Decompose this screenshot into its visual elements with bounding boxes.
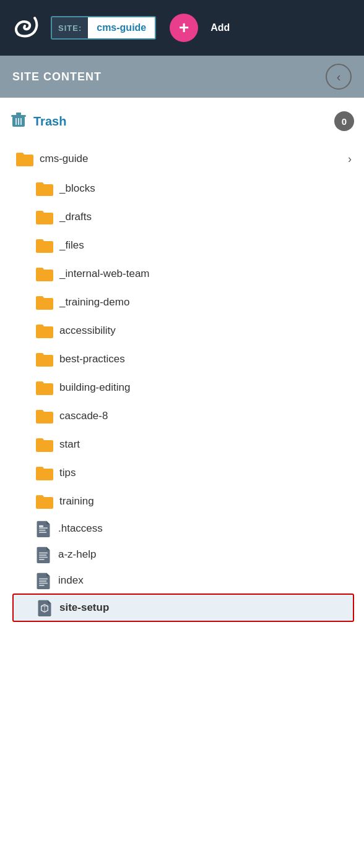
item-label-blocks: _blocks	[59, 182, 95, 195]
svg-rect-8	[39, 532, 46, 533]
folder-icon	[35, 491, 54, 511]
item-label-cascade-8: cascade-8	[59, 410, 108, 422]
folder-icon	[35, 349, 54, 369]
folder-icon	[35, 321, 54, 341]
folder-icon	[35, 463, 54, 483]
item-label-accessibility: accessibility	[59, 325, 116, 337]
back-button[interactable]: ‹	[326, 64, 352, 90]
svg-rect-11	[39, 555, 46, 556]
tree-item-index[interactable]: index	[12, 568, 354, 594]
tree-item-training-demo[interactable]: _training-demo	[12, 288, 354, 317]
item-label-training: training	[59, 495, 94, 508]
add-button[interactable]: +	[170, 14, 198, 42]
back-arrow-icon: ‹	[337, 70, 341, 83]
header: SITE: cms-guide + Add	[0, 0, 364, 56]
folder-icon	[35, 378, 54, 398]
tree-item-blocks[interactable]: _blocks	[12, 174, 354, 203]
svg-rect-13	[39, 559, 45, 560]
tree-item-building-editing[interactable]: building-editing	[12, 373, 354, 402]
tree-item-a-z-help[interactable]: a-z-help	[12, 542, 354, 568]
content-area: Trash 0 cms-guide › _blocks _drafts _fil…	[0, 98, 364, 633]
item-label-files: _files	[59, 239, 84, 252]
tree-children: _blocks _drafts _files _internal-web-tea…	[12, 174, 354, 622]
item-label-a-z-help: a-z-help	[58, 548, 96, 561]
trash-link[interactable]: Trash	[10, 111, 66, 131]
svg-rect-17	[39, 585, 45, 586]
item-label-tips: tips	[59, 467, 76, 479]
folder-icon	[35, 406, 54, 426]
item-label-drafts: _drafts	[59, 211, 92, 223]
file-tree: cms-guide › _blocks _drafts _files _inte…	[10, 145, 354, 622]
plus-icon: +	[179, 19, 189, 36]
file-image-icon	[35, 520, 52, 537]
site-content-title: SITE CONTENT	[12, 70, 102, 83]
folder-icon	[35, 236, 54, 255]
tree-item-start[interactable]: start	[12, 430, 354, 459]
item-label-training-demo: _training-demo	[59, 296, 129, 308]
file-text-icon	[35, 546, 52, 563]
tree-item-cascade-8[interactable]: cascade-8	[12, 402, 354, 430]
tree-item-site-setup[interactable]: site-setup	[12, 594, 354, 622]
site-content-banner: SITE CONTENT ‹	[0, 56, 364, 98]
folder-icon	[35, 207, 54, 227]
item-label-best-practices: best-practices	[59, 353, 125, 365]
folder-icon	[15, 149, 35, 169]
folder-icon	[35, 264, 54, 284]
svg-rect-6	[39, 527, 48, 529]
folder-icon	[35, 292, 54, 312]
item-label-site-setup: site-setup	[59, 602, 109, 614]
tree-item-tips[interactable]: tips	[12, 459, 354, 487]
trash-row[interactable]: Trash 0	[10, 109, 354, 134]
item-label-internal-web-team: _internal-web-team	[59, 268, 150, 280]
tree-item-internal-web-team[interactable]: _internal-web-team	[12, 260, 354, 288]
site-name-value: cms-guide	[88, 17, 155, 38]
logo-icon	[10, 12, 42, 44]
file-cube-icon	[36, 599, 53, 616]
site-selector[interactable]: SITE: cms-guide	[51, 16, 156, 40]
folder-icon	[35, 179, 54, 198]
item-label-index: index	[58, 574, 84, 587]
tree-item-htaccess[interactable]: .htaccess	[12, 516, 354, 542]
svg-rect-10	[39, 553, 48, 554]
tree-item-best-practices[interactable]: best-practices	[12, 345, 354, 373]
tree-item-root[interactable]: cms-guide ›	[12, 145, 354, 173]
chevron-right-icon: ›	[348, 153, 352, 166]
tree-item-drafts[interactable]: _drafts	[12, 203, 354, 231]
trash-icon	[10, 111, 27, 131]
item-label-start: start	[59, 438, 80, 451]
site-label-text: SITE:	[52, 17, 88, 38]
add-label: Add	[210, 22, 230, 33]
tree-item-training[interactable]: training	[12, 487, 354, 516]
item-label-building-editing: building-editing	[59, 381, 130, 394]
svg-rect-2	[16, 113, 21, 115]
svg-rect-7	[39, 530, 46, 531]
item-label-htaccess: .htaccess	[58, 522, 103, 535]
svg-rect-12	[39, 557, 48, 558]
svg-rect-15	[39, 581, 46, 582]
file-text-icon	[35, 572, 52, 589]
svg-rect-9	[39, 525, 43, 527]
trash-count-badge: 0	[334, 111, 354, 131]
trash-label: Trash	[33, 114, 66, 129]
svg-rect-16	[39, 583, 48, 584]
svg-rect-1	[11, 115, 26, 117]
tree-item-accessibility[interactable]: accessibility	[12, 317, 354, 345]
tree-item-files[interactable]: _files	[12, 231, 354, 260]
svg-rect-14	[39, 579, 48, 580]
root-label: cms-guide	[40, 153, 88, 165]
folder-icon	[35, 435, 54, 454]
